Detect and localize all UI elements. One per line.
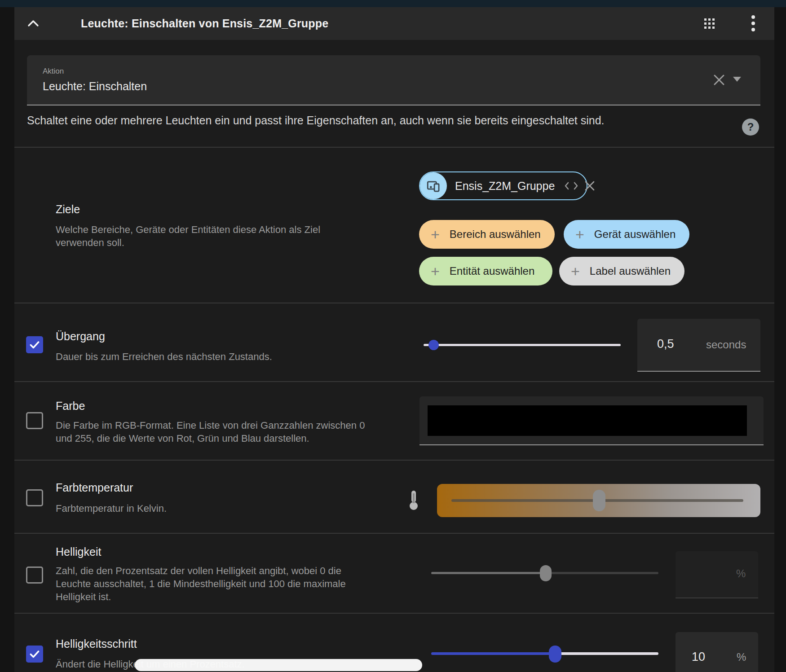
check-icon: [29, 648, 40, 660]
divider: [14, 613, 774, 614]
target-chip-ensis-z2m-gruppe[interactable]: Ensis_Z2M_Gruppe: [419, 171, 587, 200]
brightness-step-checkbox[interactable]: [26, 646, 43, 663]
collapse-button[interactable]: [22, 13, 44, 34]
plus-icon: +: [431, 227, 440, 242]
brightness-unit: %: [736, 567, 746, 580]
brightness-step-title: Helligkeitsschritt: [56, 637, 137, 650]
color-temp-checkbox[interactable]: [26, 489, 43, 506]
color-description: Die Farbe im RGB-Format. Eine Liste von …: [56, 419, 370, 445]
chevron-down-icon[interactable]: [733, 77, 741, 82]
chevron-up-icon: [26, 18, 40, 28]
add-device-button[interactable]: + Gerät auswählen: [564, 220, 689, 249]
brightness-description: Zahl, die den Prozentsatz der vollen Hel…: [56, 564, 370, 603]
brightness-slider[interactable]: [546, 572, 658, 574]
divider: [14, 147, 774, 148]
brightness-step-value: 10: [692, 650, 705, 664]
kebab-icon: [751, 15, 755, 31]
transition-description: Dauer bis zum Erreichen des nächsten Zus…: [56, 350, 272, 363]
target-chip-label: Ensis_Z2M_Gruppe: [455, 180, 555, 193]
transition-unit: seconds: [706, 338, 746, 351]
divider: [14, 303, 774, 303]
brightness-step-unit: %: [737, 651, 746, 663]
brightness-slider-thumb[interactable]: [540, 565, 552, 581]
card-title: Leuchte: Einschalten von Ensis_Z2M_Grupp…: [81, 7, 328, 40]
brightness-step-slider[interactable]: [556, 652, 658, 655]
action-description: Schaltet eine oder mehrere Leuchten ein …: [27, 114, 683, 127]
add-entity-button[interactable]: + Entität auswählen: [419, 257, 552, 285]
action-card: Leuchte: Einschalten von Ensis_Z2M_Grupp…: [14, 7, 774, 672]
close-icon: [713, 74, 725, 86]
remove-target-icon[interactable]: [584, 180, 595, 191]
brightness-step-slider-thumb[interactable]: [549, 646, 561, 663]
transition-value: 0,5: [657, 337, 674, 351]
action-field-value: Leuchte: Einschalten: [43, 80, 147, 93]
brightness-slider-filled[interactable]: [431, 572, 546, 574]
help-button[interactable]: ?: [742, 119, 759, 136]
question-icon: ?: [747, 121, 754, 133]
action-field-label: Aktion: [43, 67, 64, 76]
clear-action-button[interactable]: [710, 71, 728, 89]
thermometer-icon: [408, 489, 419, 512]
action-select-field[interactable]: Aktion Leuchte: Einschalten: [27, 55, 760, 105]
transition-title: Übergang: [56, 330, 105, 343]
divider: [14, 460, 774, 461]
targets-description: Welche Bereiche, Geräte oder Entitäten d…: [56, 223, 334, 249]
color-temp-description: Farbtemperatur in Kelvin.: [56, 502, 167, 515]
color-checkbox[interactable]: [26, 412, 43, 429]
brightness-checkbox[interactable]: [26, 567, 43, 584]
brightness-step-value-field[interactable]: 10 %: [676, 632, 758, 672]
add-area-button[interactable]: + Bereich auswählen: [419, 220, 555, 249]
transition-value-field[interactable]: 0,5 seconds: [637, 319, 760, 372]
drag-handle-button[interactable]: [698, 8, 720, 39]
color-swatch[interactable]: [428, 405, 747, 436]
brightness-value-field[interactable]: %: [676, 551, 758, 598]
action-card-header: Leuchte: Einschalten von Ensis_Z2M_Grupp…: [14, 7, 774, 40]
plus-icon: +: [575, 227, 584, 242]
add-label-button[interactable]: + Label auswählen: [559, 257, 684, 285]
overlay-scrollbar-pill[interactable]: [135, 659, 422, 671]
transition-slider-thumb[interactable]: [428, 340, 439, 350]
grid-dots-icon: [704, 18, 715, 29]
brightness-title: Helligkeit: [56, 545, 101, 558]
top-app-bar: [0, 0, 786, 7]
targets-title: Ziele: [56, 203, 80, 216]
divider: [14, 533, 774, 534]
divider: [14, 381, 774, 382]
code-brackets-icon[interactable]: [564, 181, 579, 190]
devices-icon: [420, 172, 447, 199]
overflow-menu-button[interactable]: [742, 8, 764, 39]
check-icon: [29, 339, 40, 351]
transition-checkbox[interactable]: [26, 336, 43, 353]
color-temp-slider-thumb[interactable]: [593, 490, 605, 511]
color-temp-title: Farbtemperatur: [56, 481, 133, 494]
brightness-step-slider-filled[interactable]: [431, 652, 556, 655]
plus-icon: +: [431, 264, 440, 279]
transition-slider[interactable]: [424, 344, 621, 346]
color-title: Farbe: [56, 400, 85, 413]
plus-icon: +: [571, 264, 580, 279]
